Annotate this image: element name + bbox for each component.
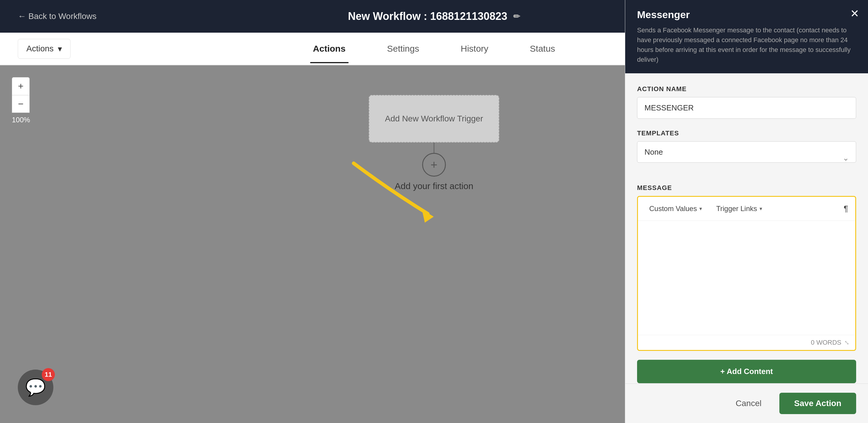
svg-marker-0	[422, 209, 434, 223]
templates-label: TEMPLATES	[637, 130, 856, 137]
add-trigger-box[interactable]: Add New Workflow Trigger	[369, 95, 499, 142]
side-panel: Messenger Sends a Facebook Messenger mes…	[625, 0, 868, 423]
message-label: MESSAGE	[637, 184, 856, 192]
panel-title: Messenger	[637, 9, 856, 21]
message-toolbar: Custom Values ▾ Trigger Links ▾ ¶	[638, 197, 855, 221]
resize-icon: ⤡	[844, 339, 849, 346]
panel-footer: Cancel Save Action	[625, 384, 868, 423]
message-footer: 0 WORDS ⤡	[638, 335, 855, 350]
panel-body: ACTION NAME TEMPLATES None Template 1 Te…	[625, 73, 868, 384]
trigger-links-button[interactable]: Trigger Links ▾	[712, 202, 766, 215]
pilcrow-button[interactable]: ¶	[844, 204, 848, 214]
panel-description: Sends a Facebook Messenger message to th…	[637, 25, 856, 64]
connector-line	[434, 142, 435, 153]
tab-status[interactable]: Status	[527, 35, 558, 63]
add-action-circle-button[interactable]: +	[422, 153, 446, 177]
templates-select[interactable]: None Template 1 Template 2	[637, 141, 856, 163]
custom-values-button[interactable]: Custom Values ▾	[645, 202, 706, 215]
panel-header: Messenger Sends a Facebook Messenger mes…	[625, 0, 868, 73]
back-to-workflows-link[interactable]: ← Back to Workflows	[18, 11, 97, 21]
trigger-links-chevron: ▾	[760, 205, 762, 212]
zoom-out-button[interactable]: −	[12, 95, 30, 113]
message-textarea[interactable]	[638, 221, 855, 334]
zoom-controls: + − 100%	[12, 77, 30, 124]
add-first-action-label: Add your first action	[395, 181, 473, 191]
tab-settings[interactable]: Settings	[384, 35, 422, 63]
tab-history[interactable]: History	[458, 35, 491, 63]
cancel-button[interactable]: Cancel	[727, 393, 771, 414]
chat-widget[interactable]: 💬 11	[18, 370, 53, 405]
edit-workflow-icon[interactable]: ✏	[513, 11, 520, 21]
save-action-button[interactable]: Save Action	[779, 393, 856, 414]
chat-notification-badge: 11	[42, 368, 55, 381]
zoom-in-button[interactable]: +	[12, 77, 30, 95]
word-count: 0 WORDS	[811, 339, 841, 346]
action-name-label: ACTION NAME	[637, 85, 856, 93]
message-section: Custom Values ▾ Trigger Links ▾ ¶ 0 WORD…	[637, 196, 856, 351]
zoom-level-label: 100%	[12, 116, 30, 124]
templates-select-wrapper: None Template 1 Template 2	[637, 141, 856, 173]
actions-dropdown[interactable]: Actions ▾	[18, 39, 70, 59]
panel-close-button[interactable]: ✕	[850, 7, 859, 20]
custom-values-chevron: ▾	[699, 205, 702, 212]
action-name-input[interactable]	[637, 97, 856, 119]
tab-actions[interactable]: Actions	[310, 35, 349, 63]
workflow-title: New Workflow : 1688121130823 ✏	[348, 10, 520, 23]
add-content-button[interactable]: + Add Content	[637, 360, 856, 383]
